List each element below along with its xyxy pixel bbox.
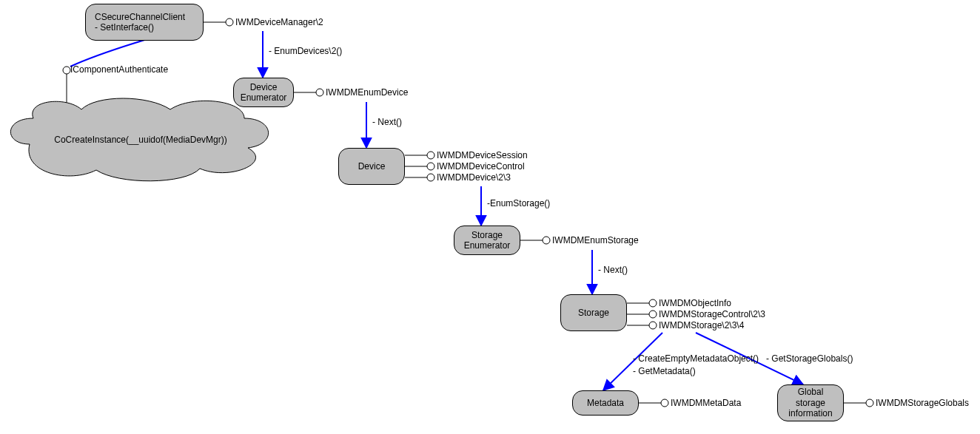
interface-iwmdmdevicesession: IWMDMDeviceSession	[437, 150, 528, 160]
node-device-label: Device	[358, 161, 386, 172]
node-storage-enumerator-label: Storage Enumerator	[464, 230, 511, 251]
node-cocreateinstance: CoCreateInstance(__uuidof(MediaDevMgr))	[26, 135, 255, 145]
node-global-storage-information: Global storage information	[777, 384, 844, 421]
svg-point-9	[427, 163, 434, 170]
interface-iwmdevicemanager: IWMDeviceManager\2	[235, 17, 323, 27]
interface-iwmdmobjectinfo: IWMDMObjectInfo	[659, 298, 731, 308]
svg-point-19	[649, 322, 657, 329]
node-metadata-label: Metadata	[587, 398, 624, 408]
svg-point-15	[649, 299, 657, 307]
svg-point-21	[661, 399, 668, 407]
node-secure-channel-client-label: CSecureChannelClient - SetInterface()	[95, 12, 185, 33]
svg-point-3	[63, 67, 70, 74]
method-createemptymetadataobject: - CreateEmptyMetadataObject()	[633, 353, 759, 364]
method-getmetadata: - GetMetadata()	[633, 366, 696, 376]
interface-iwmdmenumdevice: IWMDMEnumDevice	[326, 87, 408, 98]
node-secure-channel-client: CSecureChannelClient - SetInterface()	[85, 4, 204, 41]
node-device: Device	[338, 148, 405, 185]
diagram-canvas: CSecureChannelClient - SetInterface() Co…	[0, 0, 980, 434]
interface-icomponentauthenticate: IComponentAuthenticate	[70, 64, 168, 75]
svg-point-1	[226, 18, 233, 26]
svg-point-17	[649, 311, 657, 318]
node-global-storage-information-label: Global storage information	[788, 387, 832, 418]
node-device-enumerator-label: Device Enumerator	[241, 82, 287, 104]
interface-iwmdmstorage234: IWMDMStorage\2\3\4	[659, 320, 744, 330]
svg-point-11	[427, 174, 434, 181]
interface-iwmdmdevice23: IWMDMDevice\2\3	[437, 172, 511, 183]
method-enumstorage: -EnumStorage()	[487, 198, 550, 208]
method-next-2: - Next()	[598, 265, 628, 275]
svg-point-13	[543, 237, 550, 244]
interface-iwmdmstoragecontrol: IWMDMStorageControl\2\3	[659, 309, 765, 319]
node-storage-label: Storage	[578, 308, 609, 318]
svg-point-23	[866, 399, 873, 407]
method-next-1: - Next()	[372, 117, 402, 127]
interface-iwmdmdevicecontrol: IWMDMDeviceControl	[437, 161, 525, 172]
method-enumdevices: - EnumDevices\2()	[269, 46, 342, 56]
node-storage-enumerator: Storage Enumerator	[454, 226, 520, 255]
interface-iwmdmstorageglobals: IWMDMStorageGlobals	[876, 398, 969, 408]
node-metadata: Metadata	[572, 390, 639, 416]
interface-iwmdmenumstorage: IWMDMEnumStorage	[552, 235, 639, 245]
method-getstorageglobals: - GetStorageGlobals()	[766, 353, 853, 364]
interface-iwmdmmetadata: IWMDMMetaData	[671, 398, 741, 408]
node-device-enumerator: Device Enumerator	[233, 78, 294, 107]
node-storage: Storage	[560, 294, 627, 331]
svg-point-7	[427, 152, 434, 159]
node-cocreateinstance-label: CoCreateInstance(__uuidof(MediaDevMgr))	[54, 135, 226, 145]
svg-point-5	[316, 89, 323, 96]
